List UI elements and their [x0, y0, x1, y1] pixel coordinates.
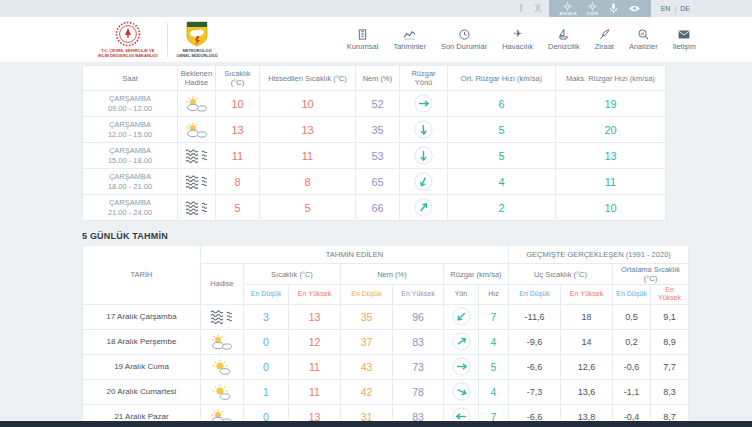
col-temp-min: En Düşük	[244, 285, 289, 305]
temperature-cell: 8	[216, 169, 260, 195]
x-twitter-icon[interactable]: X	[534, 3, 541, 14]
average-max-cell: 7,7	[651, 354, 689, 379]
temperature-cell: 13	[216, 117, 260, 143]
sun-cloud-icon	[210, 360, 234, 372]
language-switcher: EN | DE	[661, 5, 690, 12]
weather-widget-izmir[interactable]: İZMİR	[587, 2, 599, 16]
lang-separator: |	[674, 5, 676, 12]
nav-denizcilik[interactable]: Denizcilik	[548, 29, 580, 51]
max-wind-cell: 20	[556, 117, 666, 143]
temp-min-cell: 3	[244, 304, 289, 329]
col-temp-max: En Yüksek	[289, 285, 341, 305]
lang-de[interactable]: DE	[680, 5, 690, 12]
hum-min-cell: 37	[341, 329, 393, 354]
col-tarih: TARİH	[83, 246, 201, 305]
sun-clouds-icon	[185, 122, 209, 134]
temperature-cell: 5	[216, 195, 260, 221]
nav-label: İletişim	[673, 42, 696, 51]
hum-min-cell: 35	[341, 304, 393, 329]
lang-en[interactable]: EN	[661, 5, 671, 12]
avg-wind-cell: 4	[448, 169, 556, 195]
col-maks-ruzgar: Maks. Rüzgar Hızı (km/sa)	[556, 66, 666, 91]
clock-icon	[459, 29, 470, 40]
date-cell: 17 Aralık Çarşamba	[83, 304, 201, 329]
humidity-cell: 65	[356, 169, 400, 195]
daily-row: 19 Aralık Cuma01143735-6,612,6-0,67,7	[83, 354, 689, 379]
temp-min-cell: 0	[244, 354, 289, 379]
max-wind-cell: 10	[556, 195, 666, 221]
nav-son-durumlar[interactable]: Son Durumlar	[441, 29, 487, 51]
five-day-title: 5 GÜNLÜK TAHMİN	[82, 231, 752, 241]
time-range: 21.00 - 24.00	[83, 208, 177, 218]
group-nem: Nem (%)	[341, 264, 444, 285]
extreme-max-cell: 14	[561, 329, 613, 354]
weather-condition-cell	[178, 91, 216, 117]
extreme-min-cell: -9,6	[509, 329, 561, 354]
footer-bar	[0, 421, 752, 427]
mgm-shield-icon	[186, 21, 208, 47]
haze-icon	[185, 148, 209, 160]
weather-condition-cell	[178, 169, 216, 195]
facebook-icon[interactable]: f	[519, 3, 522, 14]
nav-ziraat[interactable]: Ziraat	[595, 29, 614, 51]
temperature-cell: 11	[216, 143, 260, 169]
nav-havacilik[interactable]: ✈ Havacılık	[502, 29, 533, 51]
saat-cell: ÇARŞAMBA12.00 - 15.00	[83, 117, 178, 143]
main-nav: Kurumsal Tahminler Son Durumlar ✈ Havacı…	[347, 29, 696, 51]
sun-gear-icon	[588, 2, 597, 11]
col-ext-max: En Yüksek	[561, 285, 613, 305]
daily-row: 17 Aralık Çarşamba31335967-11,6180,59,1	[83, 304, 689, 329]
wind-direction-icon	[414, 146, 433, 165]
temp-max-cell: 13	[289, 304, 341, 329]
saat-cell: ÇARŞAMBA15.00 - 18.00	[83, 143, 178, 169]
col-yon: Yön	[444, 285, 479, 305]
weather-condition-cell	[201, 329, 244, 354]
daily-row: 20 Aralık Cumartesi11142784-7,313,6-1,18…	[83, 379, 689, 404]
plane-icon: ✈	[513, 29, 521, 40]
humidity-cell: 53	[356, 143, 400, 169]
date-cell: 18 Aralık Perşembe	[83, 329, 201, 354]
nav-label: Tahminler	[393, 42, 426, 51]
col-ext-min: En Düşük	[509, 285, 561, 305]
avg-wind-cell: 5	[448, 117, 556, 143]
day-label: ÇARŞAMBA	[83, 120, 177, 130]
sun-clouds-icon	[210, 410, 234, 422]
eye-icon[interactable]	[628, 4, 641, 13]
wind-speed-cell: 5	[479, 354, 509, 379]
logos: T.C. ÇEVRE, ŞEHİRCİLİK VE İKLİM DEĞİŞİKL…	[98, 21, 218, 58]
date-cell: 19 Aralık Cuma	[83, 354, 201, 379]
mgm-logo-caption: METEOROLOJİ GENEL MÜDÜRLÜĞÜ	[177, 48, 218, 58]
haze-icon	[185, 200, 209, 212]
group-sicaklik: Sıcaklık (°C)	[244, 264, 341, 285]
group-ruzgar: Rüzgar (km/sa)	[444, 264, 509, 285]
temp-max-cell: 12	[289, 329, 341, 354]
hum-max-cell: 96	[393, 304, 444, 329]
daily-table-header: TARİH TAHMİN EDİLEN GEÇMİŞTE GERÇEKLEŞEN…	[83, 246, 689, 305]
nav-iletisim[interactable]: İletişim	[673, 29, 696, 51]
wind-speed-cell: 7	[479, 304, 509, 329]
day-label: ÇARŞAMBA	[83, 94, 177, 104]
sun-gear-icon	[563, 2, 572, 11]
ministry-logo[interactable]: T.C. ÇEVRE, ŞEHİRCİLİK VE İKLİM DEĞİŞİKL…	[98, 21, 158, 58]
humidity-cell: 66	[356, 195, 400, 221]
extreme-max-cell: 12,6	[561, 354, 613, 379]
weather-condition-cell	[201, 379, 244, 404]
mgm-logo[interactable]: METEOROLOJİ GENEL MÜDÜRLÜĞÜ	[177, 21, 218, 58]
nav-tahminler[interactable]: Tahminler	[393, 29, 426, 51]
col-avg-max: En Yüksek	[651, 285, 689, 305]
weather-condition-cell	[178, 117, 216, 143]
line-chart-icon	[403, 29, 416, 40]
day-label: ÇARŞAMBA	[83, 172, 177, 182]
col-nem: Nem (%)	[356, 66, 400, 91]
hourly-table-header: Saat Beklenen Hadise Sıcaklık (°C) Hisse…	[83, 66, 666, 91]
microphone-icon[interactable]	[609, 3, 618, 14]
max-wind-cell: 11	[556, 169, 666, 195]
wind-direction-icon	[414, 94, 433, 113]
nav-kurumsal[interactable]: Kurumsal	[347, 29, 379, 51]
wind-direction-cell	[400, 195, 448, 221]
weather-widget-ankara[interactable]: ANKARA	[559, 2, 577, 16]
group-uc-sicaklik: Uç Sıcaklık (°C)	[509, 264, 613, 285]
col-hiz: Hız	[479, 285, 509, 305]
nav-analizler[interactable]: Analizler	[629, 29, 658, 51]
avg-wind-cell: 2	[448, 195, 556, 221]
